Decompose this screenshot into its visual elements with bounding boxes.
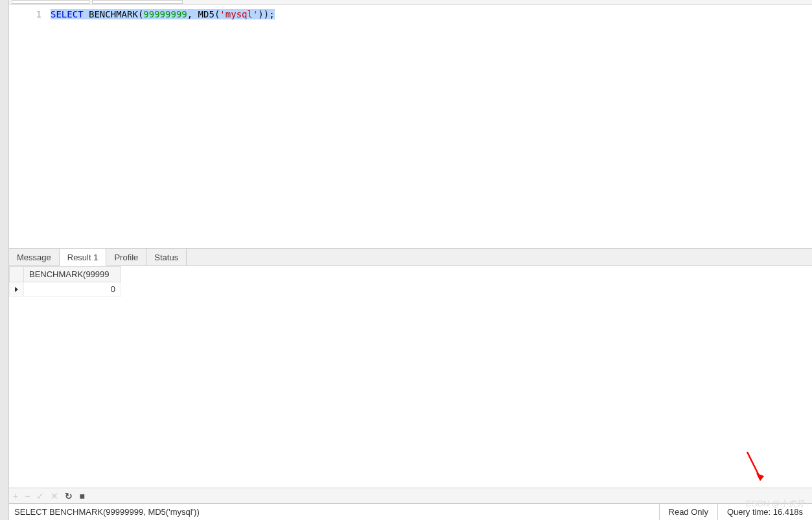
row-marker — [10, 282, 24, 297]
token-comma: , — [187, 9, 198, 19]
token-keyword: SELECT — [51, 9, 84, 19]
token-string: 'mysql' — [220, 9, 258, 19]
left-gutter — [0, 0, 9, 520]
remove-row-button[interactable]: − — [25, 492, 30, 501]
stop-button[interactable]: ■ — [79, 492, 84, 501]
tab-result-1[interactable]: Result 1 — [60, 249, 107, 266]
table-header-row: BENCHMARK(99999 — [10, 267, 121, 282]
column-header[interactable]: BENCHMARK(99999 — [24, 267, 121, 282]
result-grid: BENCHMARK(99999 0 — [9, 266, 121, 297]
token-space — [84, 9, 89, 19]
sql-editor[interactable]: 1 SELECT BENCHMARK(99999999, MD5('mysql'… — [9, 5, 812, 248]
line-number-gutter: 1 — [9, 5, 48, 248]
row-marker-header — [10, 267, 24, 282]
results-grid-area[interactable]: BENCHMARK(99999 0 — [9, 266, 812, 488]
status-query-text: SELECT BENCHMARK(99999999, MD5('mysql')) — [9, 507, 659, 517]
result-tabs: Message Result 1 Profile Status — [9, 248, 812, 266]
toolbar-dropdown-2[interactable] — [92, 0, 183, 4]
line-number: 1 — [9, 9, 41, 19]
top-toolbar — [9, 0, 812, 5]
tab-message[interactable]: Message — [9, 249, 60, 266]
tab-profile[interactable]: Profile — [106, 249, 146, 266]
code-content[interactable]: SELECT BENCHMARK(99999999, MD5('mysql'))… — [48, 5, 812, 248]
token-semicolon: ; — [269, 9, 274, 19]
status-bar: SELECT BENCHMARK(99999999, MD5('mysql'))… — [9, 503, 812, 520]
current-row-arrow-icon — [15, 287, 18, 292]
token-function: MD5 — [198, 9, 215, 19]
apply-button[interactable]: ✓ — [36, 492, 44, 501]
cell-value[interactable]: 0 — [24, 282, 121, 297]
token-function: BENCHMARK — [89, 9, 138, 19]
add-row-button[interactable]: + — [13, 492, 18, 501]
status-readonly: Read Only — [659, 504, 717, 520]
toolbar-dropdown-1[interactable] — [12, 0, 89, 4]
grid-toolbar: + − ✓ ✕ ↻ ■ — [9, 488, 812, 503]
status-query-time: Query time: 16.418s — [717, 504, 812, 520]
tab-status[interactable]: Status — [146, 249, 187, 266]
token-paren: ) — [264, 9, 269, 19]
table-row[interactable]: 0 — [10, 282, 121, 297]
token-number: 99999999 — [143, 9, 187, 19]
refresh-button[interactable]: ↻ — [65, 492, 73, 501]
cancel-button[interactable]: ✕ — [51, 492, 58, 501]
token-paren: ) — [258, 9, 263, 19]
